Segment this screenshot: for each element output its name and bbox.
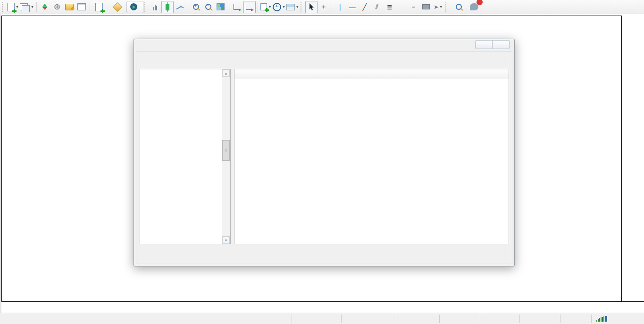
price-axis[interactable] <box>622 16 644 302</box>
text-label-icon[interactable] <box>408 1 420 13</box>
templates-icon[interactable]: ▼ <box>286 1 300 13</box>
profiles-icon[interactable]: ▼ <box>19 1 34 13</box>
status-connection <box>591 315 644 323</box>
separator <box>36 2 37 12</box>
zoom-out-icon[interactable]: − <box>202 1 215 13</box>
terminal-icon[interactable] <box>75 1 88 13</box>
arrows-tool-icon[interactable]: ➤▼ <box>432 1 444 13</box>
chat-badge <box>476 0 483 6</box>
horizontal-line-icon[interactable]: — <box>346 1 359 13</box>
tile-windows-icon[interactable] <box>215 1 227 13</box>
dialog-title[interactable] <box>134 39 514 51</box>
toolbar-grip[interactable] <box>144 2 148 12</box>
table-header-row <box>234 69 509 79</box>
toolbar-grip[interactable] <box>2 2 5 12</box>
status-volume <box>560 315 591 323</box>
new-order-button[interactable] <box>92 1 109 13</box>
fibonacci-icon[interactable]: ≣ <box>383 1 395 13</box>
dialog-help-button[interactable] <box>475 40 493 49</box>
scroll-up-button[interactable]: ▲ <box>222 69 230 77</box>
vertical-line-icon[interactable]: ｜ <box>334 1 346 13</box>
navigator-icon[interactable]: ★ <box>63 1 75 13</box>
chat-icon[interactable] <box>468 1 480 13</box>
status-low <box>480 315 519 323</box>
autotrading-icon <box>130 3 137 10</box>
database-table <box>234 69 509 244</box>
periods-icon[interactable]: ▼ <box>272 1 286 13</box>
trendline-icon[interactable]: ╱ <box>359 1 371 13</box>
search-icon[interactable] <box>453 1 465 13</box>
history-center-dialog: ▲ ▼ <box>134 39 515 266</box>
shapes-icon[interactable] <box>420 1 432 13</box>
connection-bars-icon <box>596 316 607 322</box>
separator <box>332 2 332 12</box>
dialog-close-button[interactable] <box>493 40 510 49</box>
data-window-icon[interactable]: ⊕ <box>51 1 63 13</box>
tree-scrollbar[interactable]: ▲ ▼ <box>222 69 230 244</box>
symbols-tree: ▲ ▼ <box>140 69 231 244</box>
chart-shift-icon[interactable] <box>243 1 256 13</box>
equidistant-channel-icon[interactable]: ⫽ <box>371 1 383 13</box>
crosshair-icon[interactable]: ＋ <box>318 1 330 13</box>
status-help-text <box>0 315 292 323</box>
new-order-icon <box>95 3 103 11</box>
separator <box>229 2 229 12</box>
separator <box>258 2 258 12</box>
cursor-icon[interactable] <box>305 1 318 13</box>
auto-scroll-icon[interactable] <box>231 1 243 13</box>
market-watch-icon[interactable] <box>39 1 51 13</box>
separator <box>90 2 90 12</box>
status-high <box>439 315 480 323</box>
text-tool-icon[interactable] <box>395 1 408 13</box>
toolbar-grip[interactable] <box>445 2 449 12</box>
candlestick-chart-icon[interactable] <box>161 1 174 13</box>
status-close <box>519 315 560 323</box>
time-axis[interactable] <box>1 302 644 313</box>
main-toolbar: ▼ ▼ ⊕ ★ + − ▼ ▼ ▼ ＋ ｜ — ╱ ⫽ ≣ ➤▼ <box>0 0 644 14</box>
separator <box>188 2 188 12</box>
line-chart-icon[interactable] <box>174 1 186 13</box>
bar-chart-icon[interactable] <box>149 1 161 13</box>
status-profile[interactable] <box>292 315 341 323</box>
scroll-thumb[interactable] <box>222 140 230 161</box>
status-bar <box>0 313 644 324</box>
status-datetime <box>341 315 399 323</box>
metaeditor-icon[interactable] <box>111 1 124 13</box>
autotrading-button[interactable] <box>126 1 143 13</box>
status-open <box>399 315 439 323</box>
cursor-arrow <box>309 3 314 11</box>
toolbar-grip[interactable] <box>301 2 304 12</box>
scroll-down-button[interactable]: ▼ <box>222 236 230 244</box>
new-chart-icon[interactable]: ▼ <box>7 1 19 13</box>
zoom-in-icon[interactable]: + <box>190 1 202 13</box>
indicators-icon[interactable]: ▼ <box>260 1 272 13</box>
